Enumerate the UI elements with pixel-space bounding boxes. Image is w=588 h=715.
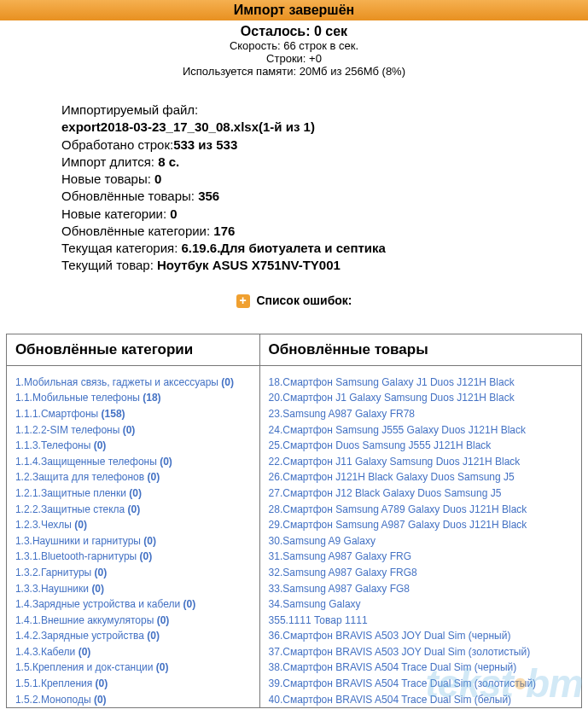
- errors-label: Список ошибок:: [256, 294, 352, 307]
- memory-label: Используется памяти:: [183, 65, 296, 78]
- list-item[interactable]: 24.Смартфон Samsung J555 Galaxy Duos J12…: [269, 422, 573, 439]
- summary-block: Осталось: 0 сек Скорость: 66 строк в сек…: [0, 20, 588, 86]
- upd-prod-label: Обновлённые товары:: [61, 189, 195, 203]
- new-prod-label: Новые товары:: [61, 171, 151, 186]
- list-item[interactable]: 1.2.1.Защитные пленки (0): [15, 485, 251, 502]
- rows-label: Строки:: [266, 52, 306, 65]
- list-item[interactable]: 23.Samsung A987 Galaxy FR78: [269, 406, 573, 422]
- list-item[interactable]: 1.1.2.2-SIM телефоны (0): [15, 422, 251, 439]
- category-list: 1.Мобильная связь, гаджеты и аксессуары …: [15, 375, 251, 707]
- list-item[interactable]: 1.1.1.Смартфоны (158): [15, 406, 251, 422]
- cur-prod-label: Текущий товар:: [61, 258, 154, 272]
- product-list: 18.Смартфон Samsung Galaxy J1 Duos J121H…: [269, 375, 573, 707]
- details-block: Импортируемый файл: export2018-03-23_17_…: [61, 102, 588, 275]
- list-item[interactable]: 1.1.4.Защищенные телефоны (0): [15, 454, 251, 470]
- memory-value: 20Мб из 256Мб (8%): [300, 65, 405, 78]
- list-item[interactable]: 30.Samsung A9 Galaxy: [269, 533, 573, 549]
- errors-toggle[interactable]: + Список ошибок:: [0, 294, 588, 308]
- plus-icon: +: [236, 294, 250, 308]
- list-item[interactable]: 29.Смартфон Samsung A987 Galaxy Duos J12…: [269, 517, 573, 533]
- new-cat-label: Новые категории:: [61, 206, 166, 221]
- list-item[interactable]: 40.Смартфон BRAVIS A504 Trace Dual Sim (…: [269, 692, 573, 708]
- upd-prod-value: 356: [198, 189, 219, 203]
- rows-value: +0: [309, 52, 322, 65]
- processed-value: 533 из 533: [173, 137, 237, 152]
- header-updated-categories: Обновлённые категории: [6, 334, 259, 365]
- remaining-label: Осталось:: [241, 24, 311, 38]
- list-item[interactable]: 25.Смартфон Duos Samsung J555 J121H Blac…: [269, 438, 573, 454]
- results-table: Обновлённые категории Обновлённые товары…: [6, 334, 582, 708]
- speed-label: Скорость:: [230, 39, 281, 52]
- speed-value: 66 строк в сек.: [283, 39, 358, 52]
- processed-label: Обработано строк:: [61, 137, 173, 152]
- list-item[interactable]: 1.3.3.Наушники (0): [15, 581, 251, 597]
- list-item[interactable]: 31.Samsung A987 Galaxy FRG: [269, 549, 573, 565]
- list-item[interactable]: 32.Samsung A987 Galaxy FRG8: [269, 565, 573, 581]
- list-item[interactable]: 39.Смартфон BRAVIS A504 Trace Dual Sim (…: [269, 676, 573, 692]
- header-updated-products: Обновлённые товары: [259, 334, 582, 365]
- file-label: Импортируемый файл:: [61, 102, 198, 117]
- list-item[interactable]: 1.1.3.Телефоны (0): [15, 438, 251, 454]
- upd-cat-label: Обновлённые категории:: [61, 224, 210, 238]
- list-item[interactable]: 34.Samsung Galaxy: [269, 596, 573, 613]
- list-item[interactable]: 1.2.3.Чехлы (0): [15, 517, 251, 533]
- page-title: Импорт завершён: [0, 0, 588, 20]
- list-item[interactable]: 1.4.2.Зарядные устройства (0): [15, 628, 251, 644]
- list-item[interactable]: 20.Смартфон J1 Galaxy Samsung Duos J121H…: [269, 390, 573, 406]
- list-item[interactable]: 1.2.2.Защитные стекла (0): [15, 502, 251, 518]
- list-item[interactable]: 1.Мобильная связь, гаджеты и аксессуары …: [15, 375, 251, 391]
- list-item[interactable]: 1.5.Крепления и док-станции (0): [15, 660, 251, 676]
- list-item[interactable]: 1.3.2.Гарнитуры (0): [15, 565, 251, 581]
- list-item[interactable]: 1.4.1.Внешние аккумуляторы (0): [15, 613, 251, 629]
- file-value: export2018-03-23_17_30_08.xlsx(1-й из 1): [61, 119, 315, 134]
- remaining-value: 0 сек: [314, 24, 347, 38]
- new-prod-value: 0: [154, 171, 161, 186]
- list-item[interactable]: 33.Samsung A987 Galaxy FG8: [269, 581, 573, 597]
- list-item[interactable]: 1.5.1.Крепления (0): [15, 676, 251, 692]
- list-item[interactable]: 28.Смартфон Samsung A789 Galaxy Duos J12…: [269, 502, 573, 518]
- upd-cat-value: 176: [213, 224, 235, 238]
- list-item[interactable]: 1.1.Мобильные телефоны (18): [15, 390, 251, 406]
- list-item[interactable]: 1.3.1.Bluetooth-гарнитуры (0): [15, 549, 251, 565]
- duration-value: 8 с.: [158, 154, 179, 169]
- list-item[interactable]: 1.5.2.Моноподы (0): [15, 692, 251, 708]
- list-item[interactable]: 1.4.Зарядные устройства и кабели (0): [15, 596, 251, 613]
- list-item[interactable]: 355.1111 Товар 1111: [269, 613, 573, 629]
- list-item[interactable]: 38.Смартфон BRAVIS A504 Trace Dual Sim (…: [269, 660, 573, 676]
- cur-cat-value: 6.19.6.Для биотуалета и септика: [181, 241, 385, 255]
- list-item[interactable]: 36.Смартфон BRAVIS A503 JOY Dual Sim (че…: [269, 628, 573, 644]
- list-item[interactable]: 26.Смартфон J121H Black Galaxy Duos Sams…: [269, 469, 573, 485]
- cur-prod-value: Ноутбук ASUS X751NV-TY001: [157, 258, 341, 272]
- list-item[interactable]: 27.Смартфон J12 Black Galaxy Duos Samsun…: [269, 485, 573, 502]
- list-item[interactable]: 37.Смартфон BRAVIS A503 JOY Dual Sim (зо…: [269, 644, 573, 660]
- list-item[interactable]: 1.3.Наушники и гарнитуры (0): [15, 533, 251, 549]
- list-item[interactable]: 1.2.Защита для телефонов (0): [15, 469, 251, 485]
- list-item[interactable]: 22.Смартфон J11 Galaxy Samsung Duos J121…: [269, 454, 573, 470]
- list-item[interactable]: 18.Смартфон Samsung Galaxy J1 Duos J121H…: [269, 375, 573, 391]
- duration-label: Импорт длится:: [61, 154, 154, 169]
- new-cat-value: 0: [170, 206, 177, 221]
- list-item[interactable]: 1.4.3.Кабели (0): [15, 644, 251, 660]
- cur-cat-label: Текущая категория:: [61, 241, 178, 255]
